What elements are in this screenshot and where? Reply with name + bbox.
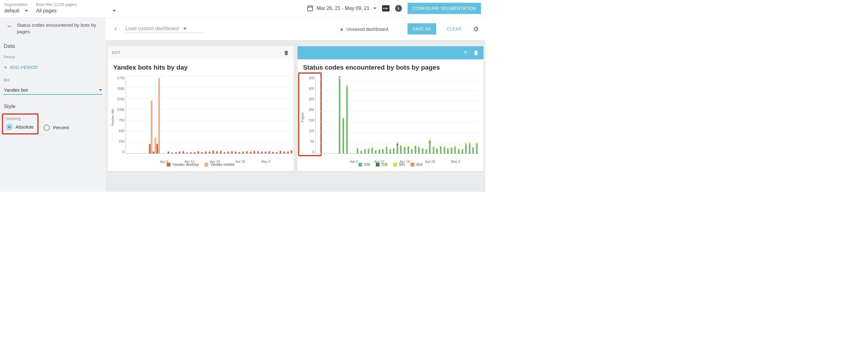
unsaved-label: Unsaved dashboard.	[346, 26, 389, 32]
y-axis-label: Pages	[300, 112, 305, 122]
sidebar-title: Status codes encountered by bots by page…	[17, 22, 102, 35]
y-axis-label: Yandex hits	[110, 109, 115, 127]
card-header: EDIT	[107, 46, 294, 59]
radio-percent-label: Percent	[53, 125, 69, 130]
configure-segmentation-button[interactable]: CONFIGURE SEGMENTATION	[408, 3, 481, 14]
radio-checked-icon	[6, 124, 12, 130]
unsaved-status: ▲ Unsaved dashboard.	[339, 26, 389, 32]
y-axis-ticks: 350300250200150100500	[305, 74, 315, 161]
add-period-button[interactable]: + ADD PERIOD	[0, 61, 106, 74]
trash-icon[interactable]	[473, 49, 479, 56]
radio-absolute[interactable]: Absolute	[4, 123, 37, 131]
dashboard-toolbar: ‹ Load custom dashboard ▲ Unsaved dashbo…	[106, 18, 485, 40]
load-dashboard-dropdown[interactable]: Load custom dashboard	[125, 25, 205, 33]
save-as-button[interactable]: SAVE AS	[408, 23, 436, 34]
legend-item[interactable]: 200	[359, 163, 370, 167]
basefilter-dropdown[interactable]: All pages	[36, 7, 116, 14]
gear-icon[interactable]	[472, 26, 479, 32]
period-label: Period	[0, 50, 106, 61]
topbar: Segmentation default Base filter (2,226 …	[0, 0, 485, 18]
basefilter-group: Base filter (2,226 pages) All pages	[36, 2, 116, 14]
info-icon[interactable]: i	[395, 5, 402, 12]
chevron-down-icon	[373, 7, 376, 9]
segmentation-group: Segmentation default	[4, 2, 28, 14]
style-heading: Style	[0, 95, 106, 111]
legend-swatch	[205, 163, 208, 167]
filter-icon[interactable]	[462, 50, 468, 55]
segmentation-value: default	[4, 8, 19, 14]
calendar-icon	[307, 6, 313, 11]
card-header-active	[298, 46, 484, 59]
clear-button[interactable]: CLEAR	[442, 23, 467, 34]
legend-swatch	[393, 163, 397, 167]
bot-value: Yandex bot	[4, 87, 28, 93]
date-range-value: Mar 26, 21 - May 09, 21	[317, 6, 370, 11]
basefilter-value: All pages	[36, 8, 57, 14]
chart-canvas: Pages350300250200150100500Apr 5Apr 12Apr…	[300, 74, 481, 161]
add-period-label: ADD PERIOD	[10, 65, 38, 70]
stacking-label: Stacking	[4, 115, 37, 123]
chevron-down-icon	[113, 10, 116, 12]
back-arrow-icon[interactable]: ←	[6, 22, 13, 30]
chevron-down-icon	[183, 28, 186, 30]
plot-area: Apr 5Apr 12Apr 19Apr 26May 3	[126, 76, 289, 154]
chart-canvas: Yandex hits17501500125010007505002500Apr…	[110, 74, 291, 161]
segmentation-dropdown[interactable]: default	[4, 7, 28, 14]
radio-percent[interactable]: Percent	[40, 111, 69, 131]
sidebar: ← Status codes encountered by bots by pa…	[0, 18, 106, 191]
edit-link[interactable]: EDIT	[112, 50, 120, 55]
y-axis-ticks: 17501500125010007505002500	[115, 74, 126, 161]
legend-label: 404	[416, 163, 423, 167]
radio-unchecked-icon	[43, 125, 50, 131]
main: ‹ Load custom dashboard ▲ Unsaved dashbo…	[106, 18, 485, 191]
basefilter-label: Base filter (2,226 pages)	[36, 2, 116, 7]
highlight-box-stacking: Stacking Absolute	[2, 113, 38, 135]
chart-card-status: Status codes encountered by bots by page…	[298, 46, 484, 171]
legend-swatch	[359, 163, 362, 167]
pdf-export-icon[interactable]: PDF	[382, 5, 390, 11]
bot-label: Bot	[0, 74, 106, 84]
legend-swatch	[411, 163, 414, 167]
chevron-down-icon	[99, 89, 102, 91]
chart-title: Yandex bots hits by day	[107, 59, 294, 73]
warning-icon: ▲	[339, 26, 344, 31]
legend-item[interactable]: 404	[411, 163, 423, 167]
legend-label: 200	[364, 163, 370, 167]
chevron-left-icon[interactable]: ‹	[112, 25, 119, 33]
plus-icon: +	[4, 66, 7, 69]
load-dashboard-label: Load custom dashboard	[125, 26, 179, 31]
cards-row: EDIT Yandex bots hits by day Yandex hits…	[106, 46, 485, 171]
segmentation-label: Segmentation	[4, 2, 28, 7]
radio-absolute-label: Absolute	[16, 124, 34, 130]
plot-area: Apr 5Apr 12Apr 19Apr 26May 3	[315, 76, 479, 154]
chart-card-hits: EDIT Yandex bots hits by day Yandex hits…	[107, 46, 294, 171]
trash-icon[interactable]	[283, 49, 289, 56]
chevron-down-icon	[25, 10, 28, 12]
bot-select[interactable]: Yandex bot	[3, 86, 103, 95]
data-heading: Data	[0, 38, 106, 50]
content: ← Status codes encountered by bots by pa…	[0, 18, 485, 191]
date-range-picker[interactable]: Mar 26, 21 - May 09, 21	[307, 6, 376, 11]
chart-title: Status codes encountered by bots by page…	[298, 59, 484, 73]
